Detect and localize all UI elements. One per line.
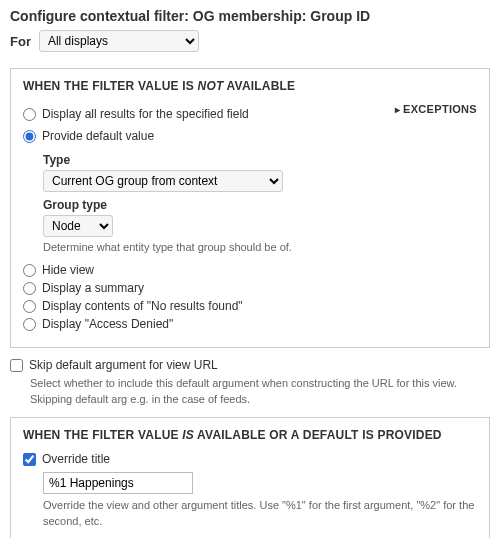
for-select[interactable]: All displays — [39, 30, 199, 52]
radio-display-no-results-label: Display contents of "No results found" — [42, 299, 243, 313]
skip-default-label: Skip default argument for view URL — [29, 358, 218, 372]
fieldset-available: WHEN THE FILTER VALUE IS AVAILABLE OR A … — [10, 417, 490, 538]
fieldset-not-available: WHEN THE FILTER VALUE IS NOT AVAILABLE D… — [10, 68, 490, 348]
skip-default-desc: Select whether to include this default a… — [30, 376, 490, 407]
radio-provide-default-label: Provide default value — [42, 129, 154, 143]
radio-hide-view-label: Hide view — [42, 263, 94, 277]
skip-default-checkbox[interactable] — [10, 359, 23, 372]
exceptions-link[interactable]: EXCEPTIONS — [395, 103, 477, 115]
group-type-select[interactable]: Node — [43, 215, 113, 237]
fieldset-heading-available: WHEN THE FILTER VALUE IS AVAILABLE OR A … — [23, 428, 477, 442]
override-title-checkbox[interactable] — [23, 453, 36, 466]
override-title-label: Override title — [42, 452, 110, 466]
radio-display-summary-label: Display a summary — [42, 281, 144, 295]
group-type-desc: Determine what entity type that group sh… — [43, 240, 323, 255]
override-title-desc: Override the view and other argument tit… — [43, 498, 477, 529]
group-type-label: Group type — [43, 198, 477, 212]
radio-display-access-denied-label: Display "Access Denied" — [42, 317, 173, 331]
radio-display-all-label: Display all results for the specified fi… — [42, 107, 249, 121]
type-select[interactable]: Current OG group from context — [43, 170, 283, 192]
for-label: For — [10, 34, 31, 49]
type-label: Type — [43, 153, 477, 167]
radio-display-all[interactable] — [23, 108, 36, 121]
radio-display-access-denied[interactable] — [23, 318, 36, 331]
radio-hide-view[interactable] — [23, 264, 36, 277]
fieldset-heading-not-available: WHEN THE FILTER VALUE IS NOT AVAILABLE — [23, 79, 295, 93]
radio-display-no-results[interactable] — [23, 300, 36, 313]
override-title-input[interactable] — [43, 472, 193, 494]
radio-display-summary[interactable] — [23, 282, 36, 295]
page-title: Configure contextual filter: OG membersh… — [10, 8, 490, 24]
radio-provide-default[interactable] — [23, 130, 36, 143]
